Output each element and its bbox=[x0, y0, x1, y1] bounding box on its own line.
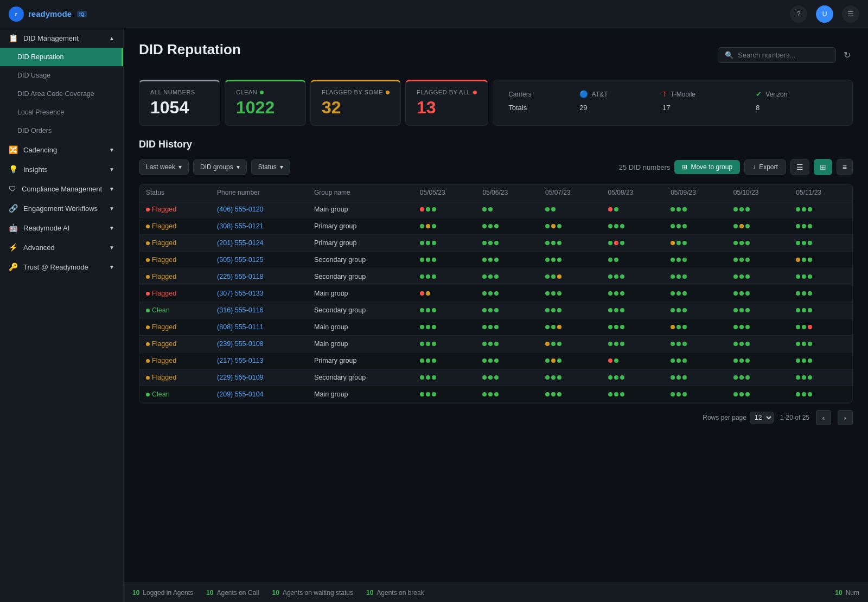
table-row: Flagged (505) 555-0125 Secondary group bbox=[139, 252, 852, 268]
phone-number: (505) 555-0125 bbox=[210, 252, 308, 268]
status-dot bbox=[426, 291, 430, 296]
status-dot bbox=[620, 342, 624, 346]
dots-d2 bbox=[482, 358, 532, 363]
status-dot bbox=[682, 274, 687, 279]
col-d7: 05/11/23 bbox=[789, 184, 852, 201]
status-filter[interactable]: Status ▾ bbox=[251, 159, 290, 175]
col-d2: 05/06/23 bbox=[476, 184, 539, 201]
status-dot bbox=[745, 224, 750, 228]
sidebar-item-advanced[interactable]: ⚡ Advanced ▼ bbox=[0, 238, 123, 257]
col-d4: 05/08/23 bbox=[602, 184, 665, 201]
dots-d4 bbox=[608, 291, 658, 296]
dots-d5 bbox=[671, 308, 720, 312]
pagination-range: 1-20 of 25 bbox=[780, 414, 809, 421]
period-filter[interactable]: Last week ▾ bbox=[139, 159, 189, 175]
status-dot bbox=[676, 375, 681, 380]
status-dot bbox=[488, 308, 493, 312]
export-button[interactable]: ↓ Export bbox=[744, 159, 786, 175]
status-dot bbox=[420, 258, 424, 262]
status-dot bbox=[733, 325, 738, 329]
view-grid-button[interactable]: ⊞ bbox=[814, 159, 832, 175]
sidebar-item-did-reputation[interactable]: DID Reputation bbox=[0, 48, 123, 66]
stat-clean-label: CLEAN bbox=[236, 89, 295, 95]
status-dot bbox=[482, 207, 487, 212]
status-dot bbox=[557, 274, 561, 279]
status-dot bbox=[614, 258, 618, 262]
status-dot bbox=[608, 308, 612, 312]
sidebar-item-engagement[interactable]: 🔗 Engagement Workflows ▼ bbox=[0, 198, 123, 218]
next-page-button[interactable]: › bbox=[838, 410, 853, 425]
status-dot bbox=[808, 342, 812, 346]
phone-number: (316) 555-0116 bbox=[210, 302, 308, 319]
sidebar-item-did-management[interactable]: 📋 DID Management ▲ bbox=[0, 28, 123, 48]
prev-page-button[interactable]: ‹ bbox=[816, 410, 831, 425]
status-dot bbox=[545, 325, 550, 329]
sidebar-item-did-usage[interactable]: DID Usage bbox=[0, 66, 123, 85]
status-dot bbox=[676, 342, 681, 346]
phone-number: (307) 555-0133 bbox=[210, 285, 308, 302]
right-val: 10 bbox=[835, 589, 842, 597]
move-to-group-button[interactable]: ⊞ Move to group bbox=[674, 160, 740, 174]
status-dot bbox=[682, 342, 687, 346]
stat-flagged-some-value: 32 bbox=[322, 98, 390, 118]
sidebar-item-trust[interactable]: 🔑 Trust @ Readymode ▼ bbox=[0, 257, 123, 277]
menu-button[interactable]: ☰ bbox=[842, 5, 859, 23]
rows-per-page-select[interactable]: 12 25 50 bbox=[750, 412, 774, 424]
group-name: Secondary group bbox=[308, 302, 413, 319]
sidebar-item-insights[interactable]: 💡 Insights ▼ bbox=[0, 159, 123, 179]
status-chevron-icon: ▾ bbox=[280, 163, 283, 171]
chevron-compliance-icon: ▼ bbox=[109, 186, 114, 192]
sidebar-item-did-orders[interactable]: DID Orders bbox=[0, 121, 123, 140]
iq-badge: IQ bbox=[77, 11, 87, 17]
dots-d4 bbox=[608, 358, 658, 363]
status-badge: Flagged bbox=[146, 256, 176, 264]
status-dot bbox=[671, 224, 675, 228]
status-badge: Flagged bbox=[146, 374, 176, 381]
status-dot bbox=[745, 358, 750, 363]
status-dot bbox=[796, 308, 800, 312]
stat-flagged-some: FLAGGED BY SOME 32 bbox=[310, 80, 401, 126]
view-compact-button[interactable]: ≡ bbox=[837, 159, 853, 175]
status-dot bbox=[745, 291, 750, 296]
sidebar-label-local-presence: Local Presence bbox=[17, 108, 64, 116]
dots-d1 bbox=[420, 258, 470, 262]
sidebar-item-cadencing[interactable]: 🔀 Cadencing ▼ bbox=[0, 140, 123, 159]
status-dot bbox=[551, 308, 556, 312]
search-icon: 🔍 bbox=[725, 51, 733, 59]
sidebar-item-did-area-code[interactable]: DID Area Code Coverage bbox=[0, 85, 123, 103]
status-dot bbox=[745, 274, 750, 279]
group-name: Primary group bbox=[308, 218, 413, 235]
sidebar-item-local-presence[interactable]: Local Presence bbox=[0, 103, 123, 121]
pagination: Rows per page 12 25 50 1-20 of 25 ‹ › bbox=[139, 404, 853, 432]
sidebar-label-trust: Trust @ Readymode bbox=[23, 263, 88, 271]
sidebar-label-compliance: Compliance Management bbox=[22, 185, 102, 193]
view-list-button[interactable]: ☰ bbox=[790, 159, 809, 175]
agents-on-break: 10 Agents on break bbox=[366, 589, 424, 597]
status-dot bbox=[796, 207, 800, 212]
sidebar-item-readymode-ai[interactable]: 🤖 Readymode AI ▼ bbox=[0, 218, 123, 238]
status-dot bbox=[557, 308, 561, 312]
groups-filter[interactable]: DID groups ▾ bbox=[193, 159, 247, 175]
sidebar-item-compliance[interactable]: 🛡 Compliance Management ▼ bbox=[0, 179, 123, 198]
logo: r readymode IQ bbox=[9, 7, 87, 22]
refresh-button[interactable]: ↻ bbox=[841, 48, 853, 62]
avatar[interactable]: U bbox=[816, 5, 833, 23]
dots-d1 bbox=[420, 308, 470, 312]
dots-d2 bbox=[482, 308, 532, 312]
search-input[interactable] bbox=[738, 51, 829, 59]
status-dot bbox=[494, 325, 499, 329]
status-dot bbox=[671, 358, 675, 363]
help-button[interactable]: ? bbox=[790, 5, 807, 23]
status-dot bbox=[482, 224, 487, 228]
status-dot bbox=[432, 392, 436, 396]
status-dot bbox=[802, 274, 806, 279]
agents-on-call: 10 Agents on Call bbox=[206, 589, 259, 597]
status-dot bbox=[614, 224, 618, 228]
dots-d6 bbox=[733, 358, 783, 363]
dots-d1 bbox=[420, 207, 470, 212]
status-dot bbox=[608, 325, 612, 329]
dots-d5 bbox=[671, 375, 720, 380]
status-dot bbox=[614, 358, 618, 363]
status-dot bbox=[426, 342, 430, 346]
dots-d1 bbox=[420, 392, 470, 396]
